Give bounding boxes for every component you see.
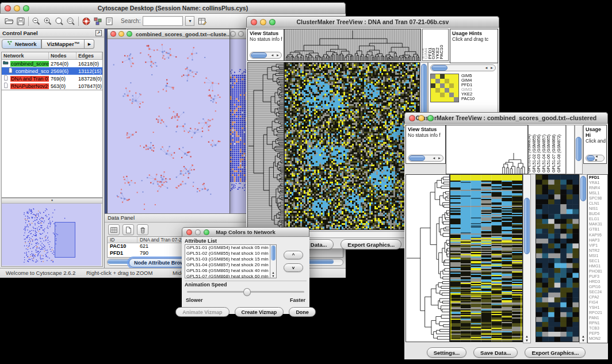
gene-label[interactable]: KAP95 (589, 232, 607, 237)
vizmapper-icon[interactable] (92, 16, 104, 26)
global-heatmap-canvas[interactable] (450, 174, 523, 342)
zoom-vscrollbar[interactable]: ▲▼ (579, 174, 587, 343)
network-list-row[interactable]: DNA and Tran 07769(0)183728(0) (2, 75, 102, 82)
gene-label[interactable]: CPA2 (589, 294, 607, 300)
attribute-item[interactable]: GPL51-01 (GSM854) heat shock 05 min (185, 245, 276, 251)
attribute-list-scrollbar[interactable]: ▲▼ (270, 245, 276, 278)
minimize-button[interactable] (238, 31, 244, 37)
zoom-heatmap-canvas[interactable] (536, 174, 579, 342)
close-button[interactable] (110, 31, 116, 37)
gene-label[interactable]: NIS1 (589, 206, 607, 211)
gene-label[interactable]: BUD4 (589, 211, 607, 216)
attribute-item[interactable]: GPL51-02 (GSM855) heat shock 10 min (185, 251, 276, 256)
network-overview-canvas[interactable] (2, 204, 101, 266)
move-up-button[interactable]: ^ (284, 251, 304, 259)
attribute-browser-icon[interactable] (197, 16, 208, 26)
dialog-titlebar[interactable]: Map Colors to Network (182, 227, 309, 237)
gene-label[interactable]: SPC98 (589, 196, 607, 201)
zoom-button[interactable] (204, 229, 209, 235)
save-data-button[interactable]: Save Data... (473, 347, 518, 358)
gene-label[interactable]: FIG4 (589, 300, 607, 305)
row-dendrogram-canvas[interactable] (247, 62, 284, 230)
gene-label[interactable]: TCB3 (589, 325, 607, 331)
tab-network[interactable]: Network (2, 39, 41, 49)
minimize-button[interactable] (195, 229, 201, 235)
zoom-in-icon[interactable] (42, 16, 53, 26)
close-button[interactable] (186, 229, 192, 235)
search-input[interactable] (143, 16, 183, 26)
close-button[interactable] (5, 5, 11, 12)
column-label[interactable]: GPL51-02 (GSM855) (532, 135, 536, 173)
export-graphics-button[interactable]: Export Graphics... (341, 239, 401, 250)
gene-label[interactable]: YSH1 (589, 305, 607, 310)
export-graphics-button[interactable]: Export Graphics... (525, 347, 586, 358)
gene-label[interactable]: SEC24 (589, 289, 607, 294)
zoom-fit-icon[interactable] (53, 16, 65, 26)
save-icon[interactable] (15, 16, 26, 26)
network-window1-titlebar[interactable]: combined_scores_good.txt--cluste... (108, 29, 230, 39)
network-list-row[interactable]: combined_sco2569(6)13112(15) (2, 67, 102, 75)
gene-label[interactable]: MON2 (589, 336, 607, 341)
attribute-item[interactable]: GPL51-04 (GSM857) heat shock 20 min (185, 262, 276, 268)
column-label[interactable]: GPL51-08 (GSM872) (557, 135, 561, 173)
minimize-button[interactable] (118, 31, 124, 37)
table-grid-icon[interactable] (108, 224, 120, 235)
animation-speed-slider[interactable] (187, 291, 304, 293)
search-dropdown-icon[interactable]: ▼ (185, 16, 194, 26)
column-header[interactable]: ID (108, 237, 137, 243)
zoom-heatmap-canvas[interactable] (430, 74, 459, 102)
attribute-item[interactable]: GPL51-07 (GSM868) heat shock 60 min (185, 274, 276, 278)
minimize-button[interactable] (418, 115, 424, 121)
attribute-item[interactable]: GPL51-03 (GSM856) heat shock 15 min (185, 256, 276, 262)
gene-label[interactable]: RNR4 (589, 185, 607, 190)
overview-splitter[interactable]: ● (2, 198, 102, 204)
gene-label[interactable]: MSI1 (589, 253, 607, 258)
slider-thumb[interactable] (243, 288, 251, 296)
close-button[interactable] (251, 19, 257, 25)
gene-label[interactable]: HAP3 (589, 237, 607, 243)
treeview2-titlebar[interactable]: ClusterMaker TreeView : combined_scores_… (404, 112, 608, 124)
network-view-window-1[interactable]: combined_scores_good.txt--cluste... (107, 29, 230, 214)
minimize-button[interactable] (260, 19, 266, 25)
zoom-out-icon[interactable] (30, 16, 42, 26)
row-dendrogram-canvas[interactable] (406, 174, 450, 342)
gene-label[interactable]: RPO21 (589, 310, 607, 315)
zoom-row-label[interactable]: PAC10 (461, 97, 484, 101)
zoom-region-icon[interactable] (65, 16, 76, 26)
attribute-list[interactable]: GPL51-01 (GSM854) heat shock 05 minGPL51… (185, 244, 277, 278)
help-lifesaver-icon[interactable] (81, 16, 92, 26)
usage-hints-hscrollbar[interactable]: ◄ ► (586, 155, 605, 162)
gene-label[interactable]: NTR2 (589, 248, 607, 253)
network-list-row[interactable]: RNAPuberNov2+563(0)107847(0) (2, 82, 102, 90)
labels-vscrollbar[interactable] (575, 125, 583, 174)
zoom-button[interactable] (23, 5, 29, 12)
zoom-hscrollbar[interactable]: ◄ ► (430, 64, 496, 71)
network-list-row[interactable]: combined_scores2764(0)16218(0) (2, 60, 102, 67)
column-header[interactable]: Nodes (49, 52, 76, 59)
move-down-button[interactable]: v (284, 263, 303, 272)
gene-label[interactable]: GPI16 (589, 284, 607, 289)
column-label[interactable]: GPL51-03 (GSM856) (537, 135, 541, 173)
gene-label[interactable]: RPN1 (589, 320, 607, 325)
create-vizmapbutton[interactable]: Create Vizmap (235, 307, 284, 317)
column-label[interactable]: GPL51-07 (GSM868) (552, 135, 556, 173)
global-heatmap-canvas[interactable] (284, 62, 420, 230)
column-header[interactable]: Network (2, 52, 49, 59)
new-page-icon[interactable] (123, 224, 134, 235)
gene-label[interactable]: PEP5 (589, 331, 607, 336)
gene-label[interactable]: PFD1 (589, 175, 607, 180)
column-dendrogram-canvas[interactable] (446, 125, 528, 174)
gene-label[interactable]: MSL1 (589, 190, 607, 196)
trash-icon[interactable] (137, 224, 148, 235)
settings-button[interactable]: Settings... (427, 347, 466, 358)
column-label[interactable]: GPL51-06 (GSM865) (546, 135, 550, 173)
column-label[interactable]: GPL51-01 (GSM854) (528, 135, 531, 173)
zoom-button[interactable] (269, 19, 276, 25)
gene-label[interactable]: PAN1 (589, 315, 607, 320)
gene-label[interactable]: YRA1 (589, 180, 607, 185)
attribute-item[interactable]: GPL51-06 (GSM865) heat shock 40 min (185, 268, 276, 274)
gene-label[interactable]: PUF3 (589, 274, 607, 279)
close-button[interactable] (230, 31, 236, 37)
float-panel-icon[interactable]: ↗ (95, 30, 102, 36)
network-graph-canvas[interactable] (108, 39, 228, 213)
